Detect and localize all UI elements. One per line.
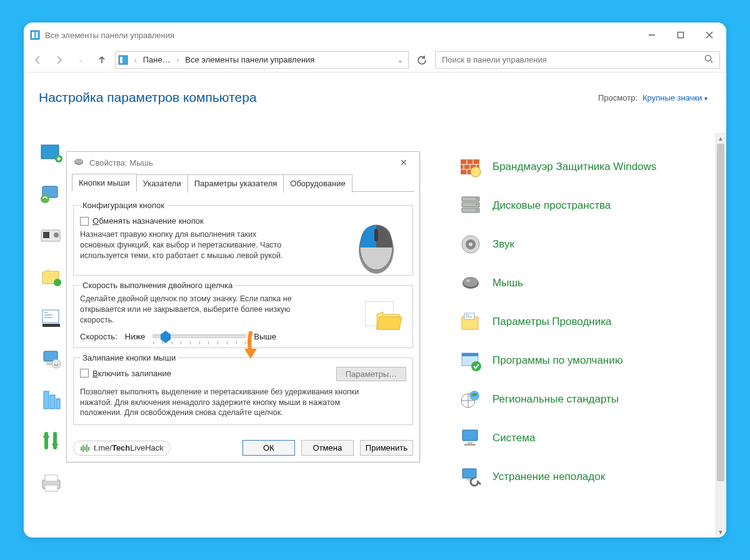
- mouse-icon: [73, 158, 84, 168]
- cp-item-system[interactable]: Система: [459, 426, 709, 450]
- view-label: Просмотр:: [598, 93, 638, 102]
- close-button[interactable]: [695, 25, 724, 45]
- scroll-down-button[interactable]: ▼: [715, 526, 726, 538]
- doubleclick-test-folder[interactable]: [365, 301, 394, 326]
- cp-item-storage[interactable]: Дисковые пространства: [459, 194, 709, 218]
- svg-point-45: [476, 204, 478, 206]
- cp-item-defaults[interactable]: Программы по умолчанию: [459, 349, 709, 372]
- cp-item-mouse[interactable]: Мышь: [459, 271, 709, 295]
- control-panel-window: Все элементы панели управления ⌄ › Пане: [24, 22, 726, 538]
- svg-rect-28: [45, 475, 58, 481]
- svg-point-65: [75, 159, 82, 164]
- storage-icon: [459, 194, 482, 218]
- tab-hardware[interactable]: Оборудование: [284, 174, 352, 192]
- svg-point-9: [706, 56, 711, 61]
- cp-item-sound[interactable]: Звук: [459, 232, 709, 256]
- apply-button[interactable]: Применить: [360, 440, 413, 456]
- svg-rect-62: [462, 469, 476, 478]
- svg-rect-4: [678, 32, 684, 38]
- view-control: Просмотр: Крупные значки ▾: [598, 93, 708, 102]
- clicklock-checkbox[interactable]: Включить залипание: [80, 369, 171, 378]
- svg-point-17: [54, 232, 59, 238]
- control-panel-icon: [118, 55, 128, 65]
- breadcrumb-bar[interactable]: › Пане… › Все элементы панели управления…: [115, 51, 409, 69]
- slider-low-label: Ниже: [125, 332, 146, 341]
- scrollbar-thumb[interactable]: [717, 144, 724, 481]
- cp-item-label: Программы по умолчанию: [492, 354, 623, 367]
- cp-item-icon[interactable]: [39, 346, 64, 371]
- cp-item-explorer[interactable]: Параметры Проводника: [459, 310, 709, 334]
- page-title: Настройка параметров компьютера: [39, 90, 257, 105]
- ok-button[interactable]: ОК: [242, 440, 295, 456]
- search-box[interactable]: [435, 51, 720, 69]
- up-button[interactable]: [94, 52, 110, 68]
- svg-rect-24: [44, 391, 49, 409]
- back-button[interactable]: [30, 52, 46, 68]
- cp-item-icon[interactable]: [39, 181, 64, 206]
- scroll-up-button[interactable]: ▲: [715, 132, 726, 144]
- cancel-button[interactable]: Отмена: [301, 440, 354, 456]
- address-row: ⌄ › Пане… › Все элементы панели управлен…: [24, 48, 726, 72]
- svg-rect-16: [43, 232, 49, 238]
- refresh-button[interactable]: [414, 51, 430, 69]
- mouse-illustration: [354, 216, 399, 278]
- scrollbar[interactable]: ▲ ▼: [715, 132, 726, 538]
- cp-item-list: Брандмауэр Защитника Windows Дисковые пр…: [459, 155, 709, 489]
- mouse-properties-dialog: Свойства: Мышь ✕ Кнопки мыши Указатели П…: [66, 151, 420, 462]
- breadcrumb-item[interactable]: Пане…: [143, 55, 171, 64]
- cp-item-icon[interactable]: [39, 264, 64, 289]
- tab-buttons[interactable]: Кнопки мыши: [72, 174, 137, 192]
- cp-item-label: Региональные стандарты: [492, 392, 619, 406]
- group-doubleclick: Скорость выполнения двойного щелчка Сдел…: [73, 281, 413, 348]
- group-clicklock: Залипание кнопки мыши Включить залипание…: [73, 353, 413, 426]
- view-mode-dropdown[interactable]: Крупные значки ▾: [642, 93, 708, 102]
- svg-rect-25: [50, 395, 55, 409]
- dialog-close-button[interactable]: ✕: [394, 158, 413, 168]
- cp-item-icon[interactable]: [39, 429, 64, 454]
- search-icon: [704, 54, 714, 65]
- cp-item-icon[interactable]: [39, 222, 64, 248]
- cp-item-icon[interactable]: [39, 140, 64, 165]
- svg-rect-68: [374, 229, 378, 241]
- svg-rect-1: [32, 32, 34, 38]
- cp-item-label: Брандмауэр Защитника Windows: [492, 160, 656, 173]
- forward-button[interactable]: [51, 52, 68, 68]
- maximize-button[interactable]: [666, 25, 695, 45]
- folder-options-icon: [459, 310, 482, 334]
- chevron-down-icon: ▾: [704, 95, 708, 102]
- chevron-right-icon: ›: [132, 56, 139, 64]
- svg-rect-29: [45, 485, 58, 491]
- cp-item-firewall[interactable]: Брандмауэр Защитника Windows: [459, 155, 709, 179]
- cp-item-label: Мышь: [492, 276, 523, 289]
- defaults-icon: [459, 349, 482, 372]
- dialog-body: Конфигурация кнопок Обменять назначение …: [67, 192, 419, 435]
- checkbox-icon: [80, 217, 89, 226]
- firewall-icon: [459, 155, 482, 179]
- doubleclick-speed-slider[interactable]: [152, 334, 246, 338]
- group-description: Сделайте двойной щелчок по этому значку.…: [80, 294, 305, 326]
- checkbox-label: Включить залипание: [92, 369, 171, 378]
- cp-item-region[interactable]: Региональные стандарты: [459, 388, 709, 411]
- cp-item-troubleshoot[interactable]: Устранение неполадок: [459, 465, 709, 489]
- tab-pointer-options[interactable]: Параметры указателя: [188, 174, 284, 192]
- cp-item-icon[interactable]: [39, 388, 64, 412]
- cp-item-icon[interactable]: [39, 470, 64, 495]
- svg-rect-59: [462, 430, 478, 441]
- clicklock-params-button[interactable]: Параметры…: [336, 367, 406, 381]
- address-dropdown[interactable]: ⌄: [394, 55, 406, 64]
- window-title: Все элементы панели управления: [45, 31, 174, 40]
- group-legend: Залипание кнопки мыши: [80, 353, 178, 362]
- breadcrumb-item[interactable]: Все элементы панели управления: [185, 55, 314, 64]
- dialog-footer: t.me/TechLiveHack ОК Отмена Применить: [67, 435, 419, 462]
- search-input[interactable]: [441, 54, 704, 65]
- svg-point-44: [476, 198, 478, 200]
- minimize-button[interactable]: [638, 25, 666, 45]
- history-dropdown[interactable]: ⌄: [72, 52, 89, 68]
- cp-item-label: Параметры Проводника: [492, 315, 611, 328]
- tab-pointers[interactable]: Указатели: [137, 174, 188, 192]
- group-description: Позволяет выполнять выделение и перетаск…: [80, 387, 380, 419]
- sound-icon: [459, 232, 482, 256]
- svg-rect-8: [120, 57, 122, 63]
- svg-rect-55: [462, 353, 478, 356]
- cp-item-icon[interactable]: [39, 305, 64, 330]
